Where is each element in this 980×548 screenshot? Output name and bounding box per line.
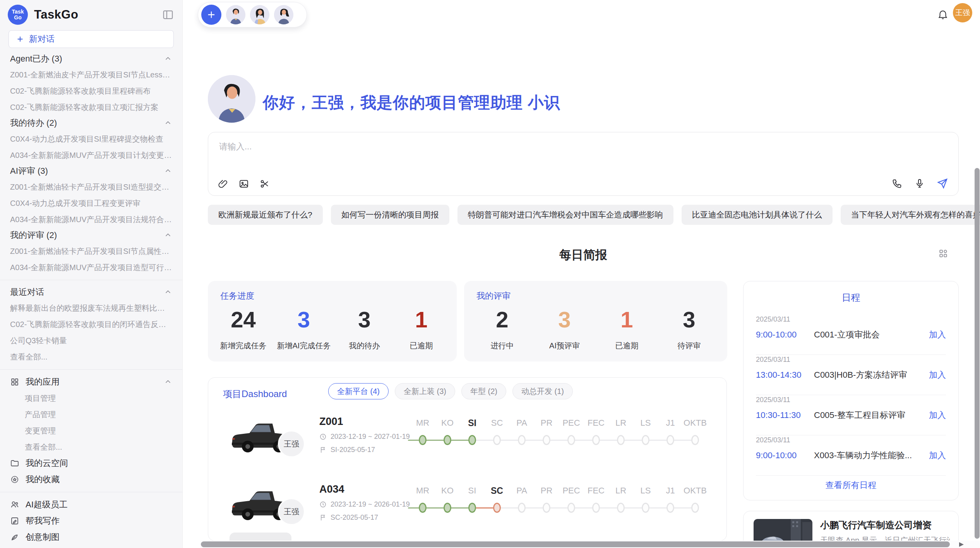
section-title: Agent已办 (3) xyxy=(10,53,164,65)
sidebar-task-item[interactable]: A034-全新新能源MUV产品开发项目计划变更表编写 xyxy=(0,147,182,163)
project-owner-avatar: 王强 xyxy=(278,498,305,525)
news-title: 小鹏飞行汽车制造公司增资 xyxy=(820,519,932,531)
milestone-label: PA xyxy=(509,418,534,428)
vertical-scrollbar-thumb[interactable] xyxy=(975,168,980,539)
tab-new-platform[interactable]: 全新平台 (4) xyxy=(328,383,389,399)
sidebar-task-item[interactable]: C02-飞腾新能源轻客改款项目立项汇报方案 xyxy=(0,99,182,115)
section-my-todo[interactable]: 我的待办 (2) xyxy=(0,115,182,131)
milestone-dot xyxy=(617,435,625,445)
schedule-event-title: C001-立项审批会 xyxy=(814,329,929,341)
chevron-up-icon[interactable] xyxy=(164,288,172,296)
sidebar-task-item[interactable]: Z001-全新燃油轻卡产品开发项目SI造型提交物评审 xyxy=(0,179,182,195)
suggestion-chip[interactable]: 当下年轻人对汽车外观有怎样的喜好趋势 xyxy=(841,205,980,225)
sidebar-task-item[interactable]: A034-全新新能源MUV产品开发项目造型可行性评审 xyxy=(0,259,182,276)
section-ai-review[interactable]: AI评审 (3) xyxy=(0,163,182,179)
stat-my-todo: 3 我的待办 xyxy=(341,307,387,351)
paperclip-icon[interactable] xyxy=(218,178,228,189)
schedule-item: 2025/03/11 9:00-10:00 C001-立项审批会 加入 xyxy=(756,315,946,355)
phone-icon[interactable] xyxy=(892,178,903,189)
agent-avatar[interactable] xyxy=(250,5,269,24)
sidebar-task-item[interactable]: C02-飞腾新能源轻客改款项目里程碑画布 xyxy=(0,83,182,99)
chevron-up-icon[interactable] xyxy=(164,231,172,240)
notification-bell-icon[interactable] xyxy=(937,9,949,20)
section-recent-chats[interactable]: 最近对话 xyxy=(0,284,182,300)
milestone-dot xyxy=(666,435,674,445)
schedule-date: 2025/03/11 xyxy=(756,395,946,404)
tab-powertrain[interactable]: 动总开发 (1) xyxy=(512,383,573,399)
clock-icon xyxy=(319,433,327,440)
section-agent-done[interactable]: Agent已办 (3) xyxy=(0,51,182,67)
section-title: AI评审 (3) xyxy=(10,165,164,177)
sidebar-app-change-mgmt[interactable]: 变更管理 xyxy=(0,423,182,439)
horizontal-scrollbar-track[interactable] xyxy=(200,541,980,548)
sidebar-app-project-mgmt[interactable]: 项目管理 xyxy=(0,390,182,406)
tab-new-body[interactable]: 全新上装 (3) xyxy=(395,383,455,399)
section-my-review[interactable]: 我的评审 (2) xyxy=(0,228,182,243)
schedule-title: 日程 xyxy=(744,291,958,304)
new-chat-button[interactable]: 新对话 xyxy=(9,30,174,48)
add-agent-button[interactable] xyxy=(201,5,221,25)
sidebar-task-item[interactable]: C0X4-动力总成开发项目工程变更评审 xyxy=(0,195,182,211)
schedule-time: 9:00-10:00 xyxy=(756,450,814,461)
sidebar-item-help-write[interactable]: 帮我写作 xyxy=(0,513,182,529)
project-row[interactable]: 王强 Z001 2023-12-19 ~ 2027-01-19 SI-2025-… xyxy=(208,405,727,473)
feather-pen-icon xyxy=(10,533,19,542)
sidebar-app-product-mgmt[interactable]: 产品管理 xyxy=(0,406,182,423)
project-code: A034 xyxy=(319,483,344,495)
scroll-right-arrow[interactable] xyxy=(959,542,964,547)
flag-icon xyxy=(319,514,327,521)
milestone-label: FEC xyxy=(584,418,608,428)
schedule-time: 13:00-14:30 xyxy=(756,370,814,380)
join-link[interactable]: 加入 xyxy=(929,329,946,341)
join-link[interactable]: 加入 xyxy=(929,450,946,461)
sidebar-task-item[interactable]: C0X4-动力总成开发项目SI里程碑提交物检查 xyxy=(0,131,182,147)
suggestion-chip[interactable]: 如何写一份清晰的项目周报 xyxy=(331,205,449,225)
sidebar-chat-item[interactable]: C02-飞腾新能源轻客改款项目的闭环通告反馈情况 xyxy=(0,316,182,332)
project-code: Z001 xyxy=(319,416,343,428)
user-avatar[interactable]: 王强 xyxy=(953,3,972,22)
sidebar-collapse-icon[interactable] xyxy=(162,9,174,21)
image-icon[interactable] xyxy=(238,178,249,189)
sidebar-item-creative-draw[interactable]: 创意制图 xyxy=(0,529,182,545)
chevron-up-icon[interactable] xyxy=(164,167,172,175)
chevron-up-icon[interactable] xyxy=(164,119,172,127)
sidebar-item-favorites[interactable]: 我的收藏 xyxy=(0,471,182,488)
join-link[interactable]: 加入 xyxy=(929,369,946,381)
suggestion-chip[interactable]: 比亚迪全固态电池计划具体说了什么 xyxy=(682,205,833,225)
sidebar-task-item[interactable]: Z001-全新燃油轻卡产品开发项目SI节点属性5D文件评审 xyxy=(0,243,182,259)
chevron-up-icon[interactable] xyxy=(164,55,172,63)
sidebar-item-my-apps[interactable]: 我的应用 xyxy=(0,374,182,390)
sidebar-app-view-all[interactable]: 查看全部... xyxy=(0,439,182,455)
section-title: 我的待办 (2) xyxy=(10,117,164,129)
sidebar-chat-item[interactable]: 公司Q3轻卡销量 xyxy=(0,332,182,349)
join-link[interactable]: 加入 xyxy=(929,409,946,421)
schedule-time: 10:30-11:30 xyxy=(756,410,814,420)
mic-icon[interactable] xyxy=(914,178,925,189)
star-badge-icon xyxy=(10,475,19,484)
chevron-up-icon[interactable] xyxy=(164,378,172,386)
help-write-label: 帮我写作 xyxy=(26,515,60,527)
sidebar-task-item[interactable]: A034-全新新能源MUV产品开发项目法规符合性评审 xyxy=(0,211,182,228)
tab-year-model[interactable]: 年型 (2) xyxy=(461,383,506,399)
horizontal-scrollbar-thumb[interactable] xyxy=(201,541,950,547)
milestone-dot xyxy=(493,435,501,445)
milestone-label: LS xyxy=(633,418,658,428)
chat-input[interactable] xyxy=(219,142,838,152)
briefing-layout-icon[interactable] xyxy=(938,248,948,259)
agent-avatar[interactable] xyxy=(274,5,293,24)
divider xyxy=(0,280,182,280)
chat-input-card xyxy=(208,132,959,196)
view-all-schedule-link[interactable]: 查看所有日程 xyxy=(744,480,958,491)
user-name: 王强 xyxy=(955,8,970,18)
sidebar-item-ai-super-staff[interactable]: AI超级员工 xyxy=(0,497,182,513)
sidebar-chat-item[interactable]: 解释最新出台的欧盟报废车法规再生塑料比例被调至15%... xyxy=(0,300,182,316)
send-icon[interactable] xyxy=(937,178,948,189)
sidebar-item-cloud-space[interactable]: 我的云空间 xyxy=(0,455,182,471)
suggestion-chip[interactable]: 欧洲新规最近颁布了什么? xyxy=(208,205,323,225)
agent-avatar[interactable] xyxy=(226,5,245,24)
project-row[interactable]: 王强 A034 2023-12-19 ~ 2026-01-19 SC-2025-… xyxy=(208,473,727,540)
sidebar-view-all-chats[interactable]: 查看全部... xyxy=(0,349,182,365)
suggestion-chip[interactable]: 特朗普可能对进口汽车增税会对中国车企造成哪些影响 xyxy=(457,205,673,225)
sidebar-task-item[interactable]: Z001-全新燃油皮卡产品开发项目SI节点Lesson Learn报告 xyxy=(0,67,182,83)
scissors-icon[interactable] xyxy=(259,178,270,189)
